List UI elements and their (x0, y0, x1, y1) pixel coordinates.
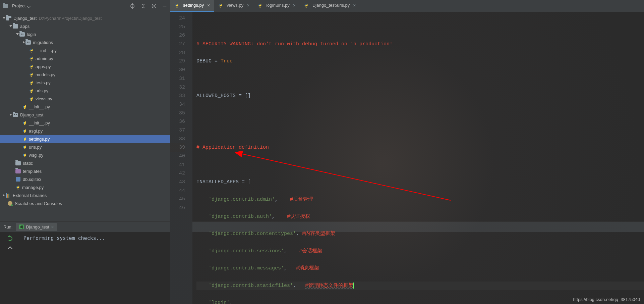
tab-settings[interactable]: settings.py × (170, 0, 214, 12)
tree-file-tests[interactable]: tests.py (0, 79, 170, 87)
project-title: Project (12, 3, 25, 8)
tree-file-views[interactable]: views.py (0, 95, 170, 103)
tree-file-urls[interactable]: urls.py (0, 87, 170, 95)
python-file-icon (174, 3, 179, 8)
close-icon[interactable]: × (247, 3, 249, 8)
tree-file-models[interactable]: models.py (0, 70, 170, 79)
tab-label: settings.py (183, 3, 204, 8)
tab-login-urls[interactable]: login\urls.py × (253, 0, 300, 12)
editor-tab-bar: settings.py × views.py × login\urls.py ×… (170, 0, 644, 12)
tree-root[interactable]: Django_testD:\PycharmProjects\Django_tes… (0, 14, 170, 22)
folder-icon (3, 4, 8, 8)
project-panel: Project Django_testD:\PycharmProjects\Dj… (0, 0, 170, 221)
tree-file-admin[interactable]: admin.py (0, 54, 170, 62)
locate-icon[interactable] (130, 3, 135, 9)
tree-folder-static[interactable]: static (0, 159, 170, 167)
gear-icon[interactable] (151, 3, 157, 9)
tree-folder-django-test[interactable]: Django_test (0, 111, 170, 119)
close-icon[interactable]: × (51, 224, 54, 230)
close-icon[interactable]: × (353, 3, 356, 8)
rerun-button[interactable] (7, 236, 13, 241)
editor-gutter: 2425262728293031323334353637383940414243… (170, 12, 192, 304)
project-panel-header: Project (0, 0, 170, 12)
tree-folder-login[interactable]: login (0, 30, 170, 38)
run-tab-label: Django_test (26, 224, 49, 230)
tree-file-manage[interactable]: manage.py (0, 183, 170, 191)
expand-all-icon[interactable] (140, 3, 146, 9)
tab-label: login\urls.py (266, 3, 289, 8)
tab-label: Django_test\urls.py (312, 3, 350, 8)
tree-file-apps[interactable]: apps.py (0, 62, 170, 70)
python-file-icon (304, 3, 308, 8)
tree-file-urls2[interactable]: urls.py (0, 143, 170, 151)
svg-point-6 (153, 5, 155, 7)
tree-file-asgi[interactable]: asgi.py (0, 127, 170, 135)
up-button[interactable] (7, 246, 13, 251)
tree-file-init2[interactable]: __init__.py (0, 103, 170, 111)
run-label: Run: (3, 224, 12, 230)
python-file-icon (218, 3, 223, 8)
tree-folder-templates[interactable]: templates (0, 167, 170, 175)
tree-file-wsgi[interactable]: wsgi.py (0, 151, 170, 159)
project-tree[interactable]: Django_testD:\PycharmProjects\Django_tes… (0, 12, 170, 221)
run-toolbar (0, 232, 20, 289)
tab-label: views.py (227, 3, 243, 8)
tree-file-db[interactable]: db.sqlite3 (0, 175, 170, 183)
django-icon: dj (19, 224, 24, 229)
tab-django-urls[interactable]: Django_test\urls.py × (300, 0, 360, 12)
watermark-text: https://blog.csdn.net/qq_38175040 (573, 297, 640, 302)
tree-file-init3[interactable]: __init__.py (0, 119, 170, 127)
python-file-icon (257, 3, 262, 8)
tree-file-init[interactable]: __init__.py (0, 46, 170, 54)
chevron-down-icon[interactable] (27, 4, 31, 8)
tree-folder-migrations[interactable]: migrations (0, 38, 170, 46)
run-tab[interactable]: dj Django_test × (16, 223, 57, 231)
tab-views[interactable]: views.py × (214, 0, 253, 12)
close-icon[interactable]: × (207, 3, 210, 8)
svg-point-1 (132, 5, 133, 6)
editor-panel: settings.py × views.py × login\urls.py ×… (170, 0, 644, 221)
close-icon[interactable]: × (293, 3, 296, 8)
tree-external-libraries[interactable]: External Libraries (0, 191, 170, 199)
editor-body[interactable]: 2425262728293031323334353637383940414243… (170, 12, 644, 304)
editor-code[interactable]: # SECURITY WARNING: don't run with debug… (192, 12, 644, 304)
tree-file-settings[interactable]: settings.py (0, 135, 170, 143)
tree-scratches[interactable]: Scratches and Consoles (0, 199, 170, 207)
collapse-icon[interactable] (162, 3, 167, 9)
tree-folder-apps[interactable]: apps (0, 22, 170, 30)
